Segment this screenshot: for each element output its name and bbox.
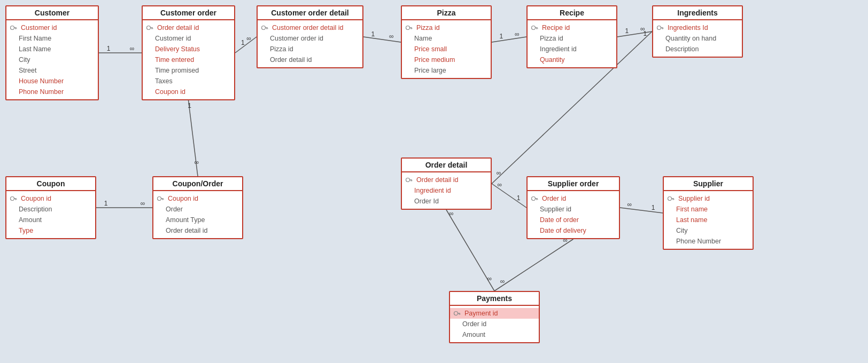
pk-icon xyxy=(261,24,270,31)
field-payments-amount: Amount xyxy=(450,329,539,340)
svg-rect-79 xyxy=(674,199,675,200)
field-name-label: Taxes xyxy=(155,77,173,85)
field-name-label: House Number xyxy=(19,77,64,85)
entity-title-customer: Customer xyxy=(6,6,98,20)
entity-customer_order: Customer order Order detail idCustomer i… xyxy=(142,5,235,100)
svg-point-80 xyxy=(454,312,458,315)
svg-point-60 xyxy=(11,197,14,201)
field-name-label: Order xyxy=(166,206,183,213)
field-name-label: Order id xyxy=(542,195,566,202)
field-pizza-price-medium: Price medium xyxy=(402,54,491,65)
field-customer-house-number: House Number xyxy=(6,76,98,86)
svg-rect-78 xyxy=(673,199,673,200)
svg-text:∞: ∞ xyxy=(449,210,454,217)
svg-rect-42 xyxy=(152,28,152,29)
svg-rect-46 xyxy=(267,28,267,29)
field-name-label: Pizza id xyxy=(416,24,440,31)
field-name-label: Ingredient id xyxy=(414,187,451,194)
field-name-label: Description xyxy=(19,206,52,213)
pk-icon xyxy=(10,195,19,202)
pk-icon xyxy=(667,195,676,202)
field-ingredients-ingredients-id: Ingredients Id xyxy=(653,22,742,33)
field-coupon-coupon-id: Coupon id xyxy=(6,193,95,204)
svg-text:∞: ∞ xyxy=(500,278,505,285)
svg-text:∞: ∞ xyxy=(515,30,520,38)
field-supplier-first-name: First name xyxy=(664,204,753,215)
field-pizza-name: Name xyxy=(402,33,491,44)
entity-title-customer_order_detail: Customer order detail xyxy=(258,6,362,20)
svg-rect-63 xyxy=(17,199,17,200)
field-name-label: Amount Type xyxy=(166,216,205,224)
svg-line-6 xyxy=(363,37,401,42)
pk-icon xyxy=(146,24,155,31)
field-customer_order_detail-pizza-id: Pizza id xyxy=(258,44,362,54)
svg-point-44 xyxy=(262,26,266,30)
svg-rect-37 xyxy=(14,27,17,28)
svg-rect-83 xyxy=(460,314,461,315)
field-name-label: Payment id xyxy=(464,310,498,317)
entity-fields-customer_order_detail: Customer order detail idCustomer order i… xyxy=(258,20,362,67)
field-coupon_order-order-detail-id: Order detail id xyxy=(153,225,242,236)
svg-point-72 xyxy=(532,197,536,201)
field-name-label: Delivery Status xyxy=(155,45,200,53)
field-name-label: Order Id xyxy=(414,198,439,205)
pk-icon xyxy=(656,24,665,31)
svg-line-24 xyxy=(620,208,663,213)
svg-rect-73 xyxy=(535,198,538,199)
field-customer_order-time-entered: Time entered xyxy=(143,54,234,65)
svg-rect-41 xyxy=(150,27,153,28)
field-name-label: Supplier id xyxy=(678,195,710,202)
svg-rect-43 xyxy=(153,28,153,29)
pk-icon xyxy=(453,310,462,317)
svg-rect-82 xyxy=(459,314,460,315)
field-name-label: Customer order id xyxy=(270,35,323,42)
entity-fields-customer: Customer idFirst NameLast NameCityStreet… xyxy=(6,20,98,99)
field-name-label: Order id xyxy=(462,320,486,328)
field-customer-first-name: First Name xyxy=(6,33,98,44)
field-customer-customer-id: Customer id xyxy=(6,22,98,33)
entity-title-coupon: Coupon xyxy=(6,177,95,191)
entity-fields-coupon_order: Coupon idOrderAmount TypeOrder detail id xyxy=(153,191,242,238)
svg-rect-45 xyxy=(265,27,268,28)
field-customer-street: Street xyxy=(6,65,98,76)
field-recipe-ingredient-id: Ingredient id xyxy=(528,44,616,54)
entity-fields-order_detail: Order detail idIngredient idOrder Id xyxy=(402,172,491,209)
field-order_detail-ingredient-id: Ingredient id xyxy=(402,185,491,196)
field-name-label: Supplier id xyxy=(540,206,571,213)
field-name-label: Last name xyxy=(676,216,707,224)
svg-text:∞: ∞ xyxy=(130,45,135,52)
field-recipe-quantity: Quantity xyxy=(528,54,616,65)
svg-rect-81 xyxy=(458,313,460,313)
field-name-label: Last Name xyxy=(19,45,51,53)
field-customer_order-taxes: Taxes xyxy=(143,76,234,86)
entity-coupon: Coupon Coupon idDescriptionAmountType xyxy=(5,176,96,239)
svg-text:∞: ∞ xyxy=(487,275,492,282)
field-name-label: Phone Number xyxy=(19,88,64,96)
entity-fields-coupon: Coupon idDescriptionAmountType xyxy=(6,191,95,238)
field-customer_order_detail-customer-order-detail-id: Customer order detail id xyxy=(258,22,362,33)
field-supplier_order-supplier-id: Supplier id xyxy=(528,204,619,215)
svg-text:∞: ∞ xyxy=(246,35,251,42)
field-name-label: Ingredient id xyxy=(540,45,577,53)
svg-point-64 xyxy=(158,197,161,201)
field-name-label: Price large xyxy=(414,67,446,74)
field-recipe-pizza-id: Pizza id xyxy=(528,33,616,44)
field-customer_order-order-detail-id: Order detail id xyxy=(143,22,234,33)
svg-rect-51 xyxy=(412,28,413,29)
svg-point-36 xyxy=(11,26,14,30)
field-name-label: Recipe id xyxy=(542,24,570,31)
entity-title-recipe: Recipe xyxy=(528,6,616,20)
svg-text:∞: ∞ xyxy=(627,201,632,208)
svg-point-52 xyxy=(532,26,536,30)
entity-recipe: Recipe Recipe idPizza idIngredient idQua… xyxy=(526,5,617,68)
svg-text:1: 1 xyxy=(188,102,191,109)
field-supplier_order-date-of-order: Date of order xyxy=(528,215,619,225)
field-name-label: First Name xyxy=(19,35,51,42)
entity-ingredients: Ingredients Ingredients IdQuantity on ha… xyxy=(652,5,743,58)
svg-line-3 xyxy=(235,37,257,53)
field-name-label: Time promised xyxy=(155,67,199,74)
pk-icon xyxy=(531,24,540,31)
entity-title-order_detail: Order detail xyxy=(402,159,491,172)
field-coupon-description: Description xyxy=(6,204,95,215)
pk-icon xyxy=(405,24,414,31)
